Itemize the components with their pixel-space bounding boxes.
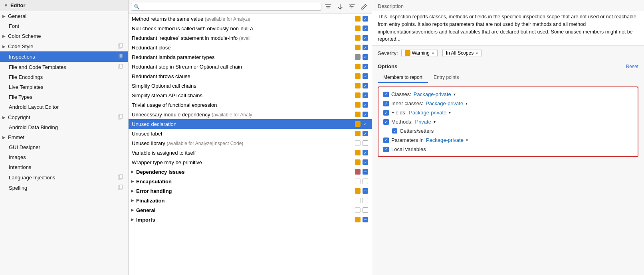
- inspection-row[interactable]: Unused label✓: [129, 129, 372, 138]
- sidebar-item-label-spelling: Spelling: [9, 185, 118, 191]
- member-cb[interactable]: ✓: [383, 119, 389, 125]
- row-label: Null-check method is called with obvious…: [132, 26, 353, 31]
- severity-swatch-red: [355, 169, 361, 175]
- sidebar-item-live-templates[interactable]: Live Templates: [0, 82, 128, 92]
- search-input[interactable]: [141, 4, 319, 10]
- sidebar-item-emmet[interactable]: ▶Emmet: [0, 132, 128, 142]
- member-cb[interactable]: ✓: [383, 92, 389, 97]
- inspection-row[interactable]: Redundant throws clause✓: [129, 71, 372, 81]
- checkbox-checked[interactable]: ✓: [362, 16, 369, 22]
- member-value[interactable]: Package-private: [414, 91, 451, 97]
- checkbox-checked[interactable]: ✓: [362, 92, 369, 98]
- sidebar-expand-arrow[interactable]: ▼: [4, 3, 8, 8]
- edit-button[interactable]: [359, 2, 369, 12]
- inspection-row[interactable]: ▶General: [129, 205, 372, 215]
- inspection-row[interactable]: Variable is assigned to itself✓: [129, 148, 372, 157]
- sidebar-item-color-scheme[interactable]: ▶Color Scheme: [0, 31, 128, 41]
- checkbox-minus[interactable]: −: [362, 188, 369, 194]
- sidebar-item-intentions[interactable]: Intentions: [0, 162, 128, 172]
- row-label: Variable is assigned to itself: [132, 150, 353, 156]
- sidebar-item-android-layout-editor[interactable]: Android Layout Editor: [0, 102, 128, 112]
- options-tab-members-to-report[interactable]: Members to report: [378, 73, 428, 83]
- inspection-row[interactable]: Simplify stream API call chains✓: [129, 90, 372, 100]
- inspection-row[interactable]: Redundant step in Stream or Optional cal…: [129, 62, 372, 71]
- member-value[interactable]: Package-private: [426, 137, 464, 143]
- cb-checked-inner: ✓: [363, 16, 368, 22]
- member-dropdown-arrow[interactable]: ▾: [449, 110, 451, 115]
- svg-rect-5: [119, 64, 123, 68]
- checkbox-unchecked[interactable]: [362, 140, 369, 146]
- sidebar-item-inspections[interactable]: Inspections: [0, 51, 128, 62]
- checkbox-unchecked[interactable]: [362, 197, 369, 204]
- sidebar-item-general[interactable]: ▶General: [0, 11, 128, 21]
- checkbox-checked[interactable]: ✓: [362, 149, 369, 156]
- inspection-row[interactable]: Redundant lambda parameter types✓: [129, 52, 372, 62]
- inspection-row[interactable]: Method returns the same value (available…: [129, 14, 372, 24]
- checkbox-checked[interactable]: ✓: [362, 63, 369, 70]
- sidebar-item-font[interactable]: Font: [0, 21, 128, 31]
- checkbox-minus[interactable]: −: [362, 169, 369, 175]
- member-dropdown-arrow[interactable]: ▾: [466, 101, 468, 106]
- member-dropdown-arrow[interactable]: ▾: [434, 120, 436, 124]
- checkbox-checked[interactable]: ✓: [362, 44, 369, 51]
- checkbox-unchecked[interactable]: [362, 178, 369, 185]
- options-tab-entry-points[interactable]: Entry points: [428, 73, 464, 83]
- inspection-row[interactable]: ▶Encapsulation: [129, 177, 372, 186]
- inspection-row[interactable]: ▶Dependency issues−: [129, 167, 372, 177]
- member-cb-small[interactable]: ✓: [392, 128, 397, 134]
- inspection-row[interactable]: Trivial usage of functional expression✓: [129, 100, 372, 110]
- inspection-row[interactable]: Redundant close✓: [129, 43, 372, 52]
- member-dropdown-arrow[interactable]: ▾: [454, 92, 456, 96]
- inspection-row[interactable]: Unused library (available for Analyze|In…: [129, 138, 372, 148]
- sort-za-button[interactable]: [347, 2, 357, 12]
- sidebar-item-language-injections[interactable]: Language Injections: [0, 172, 128, 183]
- inspection-row[interactable]: Redundant 'requires' statement in module…: [129, 33, 372, 43]
- member-value[interactable]: Private: [415, 119, 431, 125]
- checkbox-unchecked[interactable]: [362, 207, 369, 213]
- reset-button[interactable]: Reset: [626, 64, 638, 69]
- sidebar-item-file-encodings[interactable]: File Encodings: [0, 72, 128, 82]
- inspection-row[interactable]: ▶Error handling−: [129, 186, 372, 196]
- checkbox-checked[interactable]: ✓: [362, 159, 369, 165]
- checkbox-checked[interactable]: ✓: [362, 25, 369, 31]
- severity-swatch-yellow: [355, 26, 361, 31]
- member-cb[interactable]: ✓: [383, 110, 389, 116]
- scope-dropdown[interactable]: In All Scopes ▾: [442, 49, 482, 57]
- inspection-row[interactable]: Unused declaration✓: [129, 119, 372, 129]
- checkbox-minus[interactable]: −: [362, 216, 369, 223]
- member-value[interactable]: Package-private: [409, 110, 446, 116]
- checkbox-checked[interactable]: ✓: [362, 130, 369, 137]
- inspection-row[interactable]: Simplify Optional call chains✓: [129, 81, 372, 90]
- sidebar-item-gui-designer[interactable]: GUI Designer: [0, 142, 128, 152]
- inspection-row[interactable]: ▶Finalization: [129, 196, 372, 205]
- inspection-row[interactable]: Null-check method is called with obvious…: [129, 24, 372, 33]
- checkbox-checked[interactable]: ✓: [362, 111, 369, 118]
- severity-dropdown[interactable]: Warning ▾: [401, 49, 438, 57]
- inspection-row[interactable]: Wrapper type may be primitive✓: [129, 157, 372, 167]
- sidebar-item-android-data-binding[interactable]: Android Data Binding: [0, 122, 128, 132]
- inspection-row[interactable]: ▶Imports−: [129, 215, 372, 224]
- member-cb[interactable]: ✓: [383, 101, 389, 106]
- checkbox-checked[interactable]: ✓: [362, 73, 369, 79]
- inspection-row[interactable]: Unnecessary module dependency (available…: [129, 110, 372, 119]
- checkbox-checked[interactable]: ✓: [362, 54, 369, 60]
- checkbox-checked[interactable]: ✓: [362, 102, 369, 108]
- member-value[interactable]: Package-private: [426, 100, 463, 106]
- checkbox-checked[interactable]: ✓: [362, 82, 369, 89]
- member-dropdown-arrow[interactable]: ▾: [466, 138, 468, 142]
- member-cb[interactable]: ✓: [383, 138, 389, 143]
- member-cb[interactable]: ✓: [383, 147, 389, 152]
- checkbox-checked[interactable]: ✓: [362, 35, 369, 41]
- sidebar-item-spelling[interactable]: Spelling: [0, 183, 128, 193]
- sidebar-item-file-and-code-templates[interactable]: File and Code Templates: [0, 62, 128, 72]
- cb-checked-inner: ✓: [363, 64, 368, 69]
- sidebar-item-code-style[interactable]: ▶Code Style: [0, 41, 128, 51]
- sidebar-item-copyright[interactable]: ▶Copyright: [0, 112, 128, 122]
- category-arrow: ▶: [131, 179, 134, 183]
- checkbox-checked[interactable]: ✓: [362, 121, 369, 127]
- search-box[interactable]: 🔍: [131, 3, 321, 11]
- filter-button[interactable]: [323, 2, 333, 12]
- sidebar-item-images[interactable]: Images: [0, 152, 128, 162]
- sort-az-button[interactable]: [335, 2, 345, 12]
- sidebar-item-file-types[interactable]: File Types: [0, 92, 128, 102]
